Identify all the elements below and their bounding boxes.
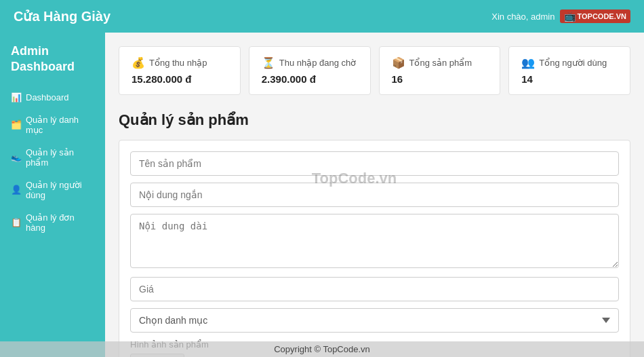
sidebar-item-label: Quản lý người dùng (26, 180, 94, 200)
product-icon: 👟 (11, 152, 22, 162)
user-icon: 👤 (11, 185, 22, 195)
sidebar-item-order[interactable]: 📋 Quản lý đơn hàng (0, 206, 105, 239)
stat-value-revenue: 15.280.000 đ (132, 73, 228, 85)
order-icon: 📋 (11, 217, 22, 227)
product-name-input[interactable] (130, 151, 619, 176)
stat-card-pending: ⏳ Thu nhập đang chờ 2.390.000 đ (249, 46, 371, 95)
layout: AdminDashboard 📊 Dashboard 🗂️ Quản lý da… (0, 33, 644, 357)
category-icon: 🗂️ (11, 119, 22, 130)
dashboard-icon: 📊 (11, 92, 22, 102)
sidebar-heading: AdminDashboard (0, 43, 105, 86)
stat-label-users: 👥 Tổng người dùng (521, 56, 618, 69)
sidebar-item-label: Quản lý danh mục (26, 115, 94, 135)
pending-icon: ⏳ (262, 56, 275, 69)
sidebar-item-dashboard[interactable]: 📊 Dashboard (0, 86, 105, 109)
stat-card-users: 👥 Tổng người dùng 14 (508, 46, 630, 95)
header: Cửa Hàng Giày Xin chào, admin 📺 TOPCODE.… (0, 0, 644, 33)
tv-icon: 📺 (564, 11, 576, 22)
greeting-text: Xin chào, admin (491, 12, 555, 22)
products-icon: 📦 (392, 56, 405, 69)
stat-card-revenue: 💰 Tổng thu nhập 15.280.000 đ (119, 46, 241, 95)
stats-row: 💰 Tổng thu nhập 15.280.000 đ ⏳ Thu nhập … (119, 46, 630, 95)
product-form: Chọn danh mục Hình ảnh sản phẩm Chọn tệp… (119, 140, 630, 357)
revenue-icon: 💰 (132, 56, 145, 69)
price-input[interactable] (130, 277, 619, 301)
section-title: Quản lý sản phẩm (119, 111, 630, 129)
stat-value-products: 16 (392, 73, 488, 85)
category-select[interactable]: Chọn danh mục (130, 308, 619, 333)
stat-value-users: 14 (521, 73, 618, 85)
stat-label-pending: ⏳ Thu nhập đang chờ (262, 56, 358, 69)
long-desc-input[interactable] (130, 214, 619, 268)
sidebar: AdminDashboard 📊 Dashboard 🗂️ Quản lý da… (0, 33, 105, 357)
site-title: Cửa Hàng Giày (14, 8, 110, 24)
stat-label-products: 📦 Tổng sản phẩm (392, 56, 488, 69)
short-desc-input[interactable] (130, 183, 619, 207)
stat-card-products: 📦 Tổng sản phẩm 16 (379, 46, 501, 95)
sidebar-item-label: Quản lý sản phẩm (26, 147, 94, 168)
sidebar-item-product[interactable]: 👟 Quản lý sản phẩm (0, 141, 105, 174)
sidebar-item-category[interactable]: 🗂️ Quản lý danh mục (0, 109, 105, 141)
sidebar-item-label: Quản lý đơn hàng (26, 212, 94, 233)
header-right: Xin chào, admin 📺 TOPCODE.VN (491, 10, 630, 23)
stat-value-pending: 2.390.000 đ (262, 73, 358, 85)
users-icon: 👥 (521, 56, 535, 69)
topcode-badge: 📺 TOPCODE.VN (560, 10, 630, 23)
badge-label: TOPCODE.VN (577, 12, 626, 20)
copyright-bar: Copyright © TopCode.vn (0, 341, 644, 357)
sidebar-item-user[interactable]: 👤 Quản lý người dùng (0, 174, 105, 206)
stat-label-revenue: 💰 Tổng thu nhập (132, 56, 228, 69)
main-content: 💰 Tổng thu nhập 15.280.000 đ ⏳ Thu nhập … (105, 33, 644, 357)
sidebar-item-label: Dashboard (26, 92, 69, 102)
